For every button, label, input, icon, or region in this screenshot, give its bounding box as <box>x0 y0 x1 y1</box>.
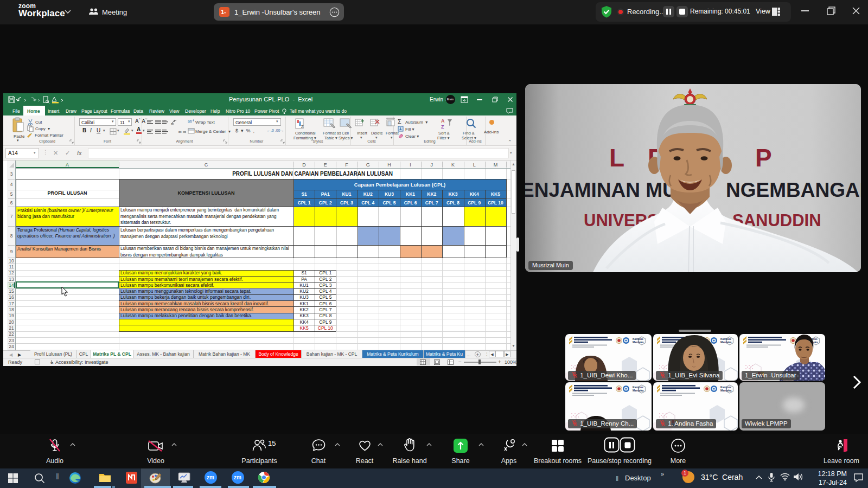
svg-text:ab: ab <box>188 119 192 123</box>
svg-text:≠: ≠ <box>301 124 304 129</box>
svg-text:L: L <box>609 144 624 172</box>
svg-text:NGEMBANGAN PE: NGEMBANGAN PE <box>726 179 861 201</box>
svg-text:A: A <box>441 118 445 124</box>
svg-text:P: P <box>755 144 772 172</box>
svg-text:Z: Z <box>441 124 444 130</box>
svg-text:Merdeka: Merdeka <box>720 389 732 392</box>
svg-text:ab: ab <box>171 122 174 125</box>
